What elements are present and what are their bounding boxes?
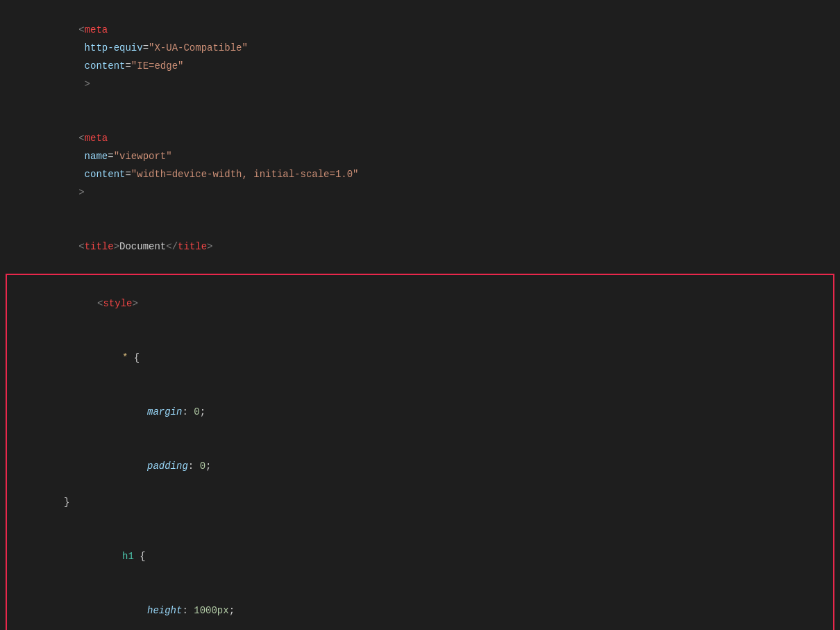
code-area: <meta http-equiv="X-UA-Compatible" conte… bbox=[0, 0, 840, 630]
line-title: <title>Document</title> bbox=[0, 219, 840, 274]
line-padding: padding: 0; bbox=[7, 439, 833, 493]
highlighted-region: <style> * { margin: 0; padding: 0; bbox=[6, 274, 834, 630]
line-style-open: <style> bbox=[7, 276, 833, 331]
line-star-selector: * { bbox=[7, 331, 833, 385]
line-meta-viewport: <meta name="viewport" content="width=dev… bbox=[0, 111, 840, 219]
line-brace-close-1: } bbox=[7, 493, 833, 511]
line-meta-http: <meta http-equiv="X-UA-Compatible" conte… bbox=[0, 3, 840, 111]
line-margin: margin: 0; bbox=[7, 385, 833, 439]
line-h1-selector: h1 { bbox=[7, 529, 833, 583]
line-height-1000: height: 1000px; bbox=[7, 583, 833, 630]
line-blank-1 bbox=[7, 511, 833, 529]
editor-container: <meta http-equiv="X-UA-Compatible" conte… bbox=[0, 0, 840, 630]
